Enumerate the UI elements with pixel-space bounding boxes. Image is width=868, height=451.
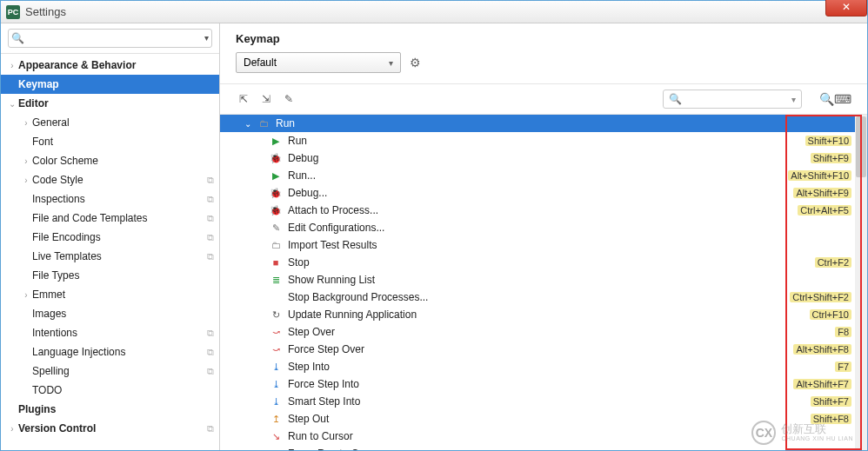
sidebar-item-keymap[interactable]: Keymap	[1, 75, 219, 94]
keymap-action-force-step-into[interactable]: ⤓Force Step IntoAlt+Shift+F7	[220, 375, 867, 393]
cursor-icon: ↘	[269, 429, 283, 443]
sidebar-item-font[interactable]: Font	[1, 132, 219, 151]
keymap-action-run[interactable]: ▶RunShift+F10	[220, 132, 867, 149]
close-button[interactable]: ✕	[825, 0, 867, 17]
keymap-action-edit-configurations-[interactable]: ✎Edit Configurations...	[220, 219, 867, 236]
keymap-action-stop[interactable]: ■StopCtrl+F2	[220, 254, 867, 271]
keymap-action-smart-step-into[interactable]: ⤓Smart Step IntoShift+F7	[220, 393, 867, 410]
keymap-action-debug[interactable]: 🐞DebugShift+F9	[220, 149, 867, 167]
titlebar: PC Settings ✕	[1, 1, 867, 23]
keymap-profile-select[interactable]: Default ▾	[236, 52, 401, 73]
chevron-down-icon[interactable]: ▾	[204, 33, 209, 43]
sidebar-item-file-encodings[interactable]: File Encodings⧉	[1, 228, 219, 247]
shortcut-badge: Ctrl+Shift+F2	[790, 292, 851, 302]
project-level-icon: ⧉	[207, 213, 214, 224]
action-label: Show Running List	[288, 274, 851, 286]
sidebar-item-label: Keymap	[18, 78, 214, 90]
play-icon: ▶	[269, 134, 283, 148]
sidebar-item-label: File and Code Templates	[32, 212, 207, 224]
tree-group-run[interactable]: ⌄ 🗀 Run	[220, 115, 867, 132]
sidebar-item-file-and-code-templates[interactable]: File and Code Templates⧉	[1, 209, 219, 228]
keymap-action-force-run-to-cursor[interactable]: ↘Force Run to Cursor	[220, 445, 867, 450]
sidebar-item-todo[interactable]: TODO	[1, 381, 219, 400]
keymap-action-update-running-application[interactable]: ↻Update Running ApplicationCtrl+F10	[220, 306, 867, 323]
sidebar-item-label: Plugins	[18, 403, 214, 415]
sidebar-item-live-templates[interactable]: Live Templates⧉	[1, 247, 219, 266]
page-title: Keymap	[220, 23, 867, 52]
sidebar-item-editor[interactable]: ⌄Editor	[1, 94, 219, 113]
stepout-icon: ↥	[269, 412, 283, 426]
sidebar-item-inspections[interactable]: Inspections⧉	[1, 189, 219, 209]
expand-all-button[interactable]: ⇱	[236, 91, 251, 107]
sidebar-item-code-style[interactable]: ›Code Style⧉	[1, 170, 219, 189]
scrollbar[interactable]	[855, 115, 867, 450]
sidebar-item-label: Editor	[18, 97, 214, 109]
keymap-action-step-into[interactable]: ⤓Step IntoF7	[220, 358, 867, 375]
sidebar-item-plugins[interactable]: Plugins	[1, 400, 219, 419]
action-label: Debug...	[288, 187, 793, 199]
folder-icon: 🗀	[257, 116, 270, 130]
scrollbar-thumb[interactable]	[856, 116, 866, 177]
keymap-action-step-over[interactable]: ⤻Step OverF8	[220, 323, 867, 341]
sidebar-search-input[interactable]	[8, 29, 212, 48]
sidebar-item-spelling[interactable]: Spelling⧉	[1, 361, 219, 381]
collapse-all-button[interactable]: ⇲	[258, 91, 274, 107]
tree-group-label: Run	[276, 117, 851, 129]
sidebar-item-version-control[interactable]: ›Version Control⧉	[1, 419, 219, 438]
action-label: Edit Configurations...	[288, 222, 851, 234]
shortcut-badge: Shift+F7	[811, 396, 851, 407]
project-level-icon: ⧉	[207, 423, 214, 434]
sidebar-item-images[interactable]: Images	[1, 304, 219, 323]
sidebar-item-file-types[interactable]: File Types	[1, 266, 219, 285]
shortcut-badge: Shift+F10	[805, 136, 851, 146]
action-label: Import Test Results	[288, 239, 851, 251]
sidebar-item-label: Spelling	[32, 365, 207, 377]
keymap-action-force-step-over[interactable]: ⤻Force Step OverAlt+Shift+F8	[220, 341, 867, 358]
expand-icon: ›	[20, 156, 32, 166]
action-label: Step Into	[288, 361, 835, 373]
settings-window: PC Settings ✕ 🔍 ▾ ›Appearance & Behavior…	[0, 0, 868, 451]
shortcut-badge: F7	[835, 361, 851, 372]
sidebar-item-appearance-behavior[interactable]: ›Appearance & Behavior	[1, 56, 219, 75]
expand-icon: ›	[20, 176, 32, 185]
keymap-action-show-running-list[interactable]: ≣Show Running List	[220, 271, 867, 289]
toolbar: ⇱ ⇲ ✎ 🔍 ▾ 🔍⌨	[220, 83, 867, 114]
keymap-profile-label: Default	[244, 56, 277, 69]
folder-icon: 🗀	[269, 238, 283, 252]
project-level-icon: ⧉	[207, 366, 214, 377]
sidebar-item-general[interactable]: ›General	[1, 113, 219, 132]
shortcut-badge: Alt+Shift+F10	[788, 170, 851, 181]
sidebar-item-language-injections[interactable]: Language Injections⧉	[1, 342, 219, 361]
keymap-action-stop-background-processes-[interactable]: Stop Background Processes...Ctrl+Shift+F…	[220, 289, 867, 306]
stepinto-icon: ⤓	[269, 360, 283, 374]
main-panel: Keymap Default ▾ ⚙ ⇱ ⇲ ✎ 🔍 ▾ 🔍⌨	[220, 23, 867, 450]
sidebar-item-intentions[interactable]: Intentions⧉	[1, 323, 219, 342]
action-label: Run...	[288, 169, 788, 182]
keymap-action-run-[interactable]: ▶Run...Alt+Shift+F10	[220, 167, 867, 184]
action-search-input[interactable]: 🔍 ▾	[663, 90, 802, 109]
project-level-icon: ⧉	[207, 175, 214, 186]
chevron-down-icon: ▾	[389, 58, 393, 68]
keymap-action-debug-[interactable]: 🐞Debug...Alt+Shift+F9	[220, 184, 867, 202]
sidebar-search-row: 🔍 ▾	[1, 23, 219, 54]
action-label: Stop	[288, 256, 815, 269]
sidebar-item-label: Images	[32, 308, 214, 320]
sidebar-item-label: Language Injections	[32, 346, 207, 358]
sidebar-item-emmet[interactable]: ›Emmet	[1, 285, 219, 304]
search-icon: 🔍	[669, 93, 682, 105]
keymap-action-attach-to-process-[interactable]: 🐞Attach to Process...Ctrl+Alt+F5	[220, 202, 867, 219]
action-label: Step Out	[288, 413, 811, 425]
blank-icon	[269, 290, 283, 304]
sidebar-item-label: General	[32, 116, 214, 129]
sidebar-item-label: Inspections	[32, 193, 207, 205]
sidebar-item-label: Code Style	[32, 174, 207, 186]
edit-shortcut-button[interactable]: ✎	[281, 91, 297, 107]
sidebar-item-color-scheme[interactable]: ›Color Scheme	[1, 151, 219, 170]
sidebar-item-label: Version Control	[18, 422, 207, 434]
sidebar-item-label: TODO	[32, 384, 214, 396]
stepover-icon: ⤻	[269, 325, 283, 339]
find-action-by-shortcut-button[interactable]: 🔍⌨	[819, 92, 851, 106]
gear-icon[interactable]: ⚙	[410, 56, 421, 70]
pencil-icon: ✎	[269, 221, 283, 235]
keymap-action-import-test-results[interactable]: 🗀Import Test Results	[220, 236, 867, 254]
